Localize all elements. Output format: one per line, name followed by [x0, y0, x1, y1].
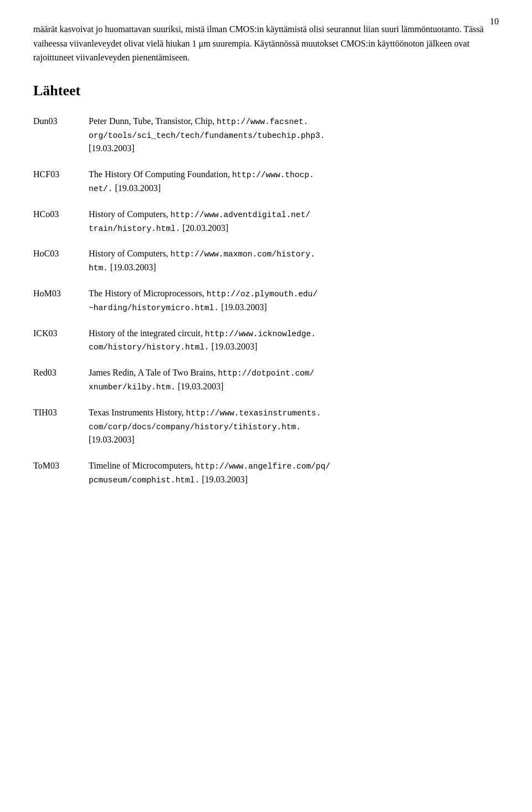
ref-text: Timeline of Microcomputers, http://www.a… — [89, 459, 499, 499]
table-row: HoM03The History of Microprocessors, htt… — [33, 287, 499, 327]
ref-text: History of the integrated circuit, http:… — [89, 327, 499, 367]
table-row: Red03James Redin, A Tale of Two Brains, … — [33, 366, 499, 406]
ref-text: History of Computers, http://www.adventd… — [89, 208, 499, 248]
table-row: ToM03Timeline of Microcomputers, http://… — [33, 459, 499, 499]
table-row: HoC03History of Computers, http://www.ma… — [33, 247, 499, 287]
ref-key: Red03 — [33, 366, 89, 406]
ref-text: Peter Dunn, Tube, Transistor, Chip, http… — [89, 115, 499, 168]
ref-text: The History of Microprocessors, http://o… — [89, 287, 499, 327]
ref-key: ToM03 — [33, 459, 89, 499]
section-title: Lähteet — [33, 83, 499, 99]
ref-key: HCF03 — [33, 168, 89, 208]
page-number: 10 — [490, 17, 499, 27]
ref-text: Texas Instruments History, http://www.te… — [89, 406, 499, 459]
ref-key: TIH03 — [33, 406, 89, 459]
ref-key: HoC03 — [33, 247, 89, 287]
table-row: Dun03Peter Dunn, Tube, Transistor, Chip,… — [33, 115, 499, 168]
ref-key: HoM03 — [33, 287, 89, 327]
table-row: TIH03Texas Instruments History, http://w… — [33, 406, 499, 459]
references-table: Dun03Peter Dunn, Tube, Transistor, Chip,… — [33, 115, 499, 499]
table-row: HCo03History of Computers, http://www.ad… — [33, 208, 499, 248]
ref-text: History of Computers, http://www.maxmon.… — [89, 247, 499, 287]
intro-paragraph: määrät kasvoivat jo huomattavan suuriksi… — [33, 22, 499, 65]
ref-text: The History Of Computing Foundation, htt… — [89, 168, 499, 208]
ref-key: ICK03 — [33, 327, 89, 367]
ref-key: HCo03 — [33, 208, 89, 248]
table-row: ICK03History of the integrated circuit, … — [33, 327, 499, 367]
ref-key: Dun03 — [33, 115, 89, 168]
ref-text: James Redin, A Tale of Two Brains, http:… — [89, 366, 499, 406]
table-row: HCF03The History Of Computing Foundation… — [33, 168, 499, 208]
